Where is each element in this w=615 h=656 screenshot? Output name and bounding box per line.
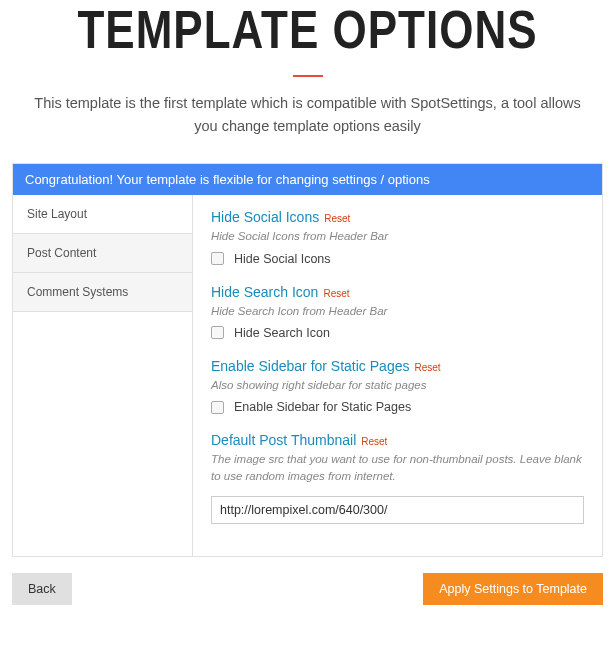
section-title-label: Enable Sidebar for Static Pages	[211, 358, 409, 374]
checkbox-label: Hide Social Icons	[234, 252, 331, 266]
section-hide-search-icon: Hide Search Icon Reset Hide Search Icon …	[211, 284, 584, 340]
section-desc: Also showing right sidebar for static pa…	[211, 377, 584, 394]
sidebar-item-comment-systems[interactable]: Comment Systems	[13, 273, 192, 312]
page-subtitle: This template is the first template whic…	[0, 92, 615, 138]
content-area: Hide Social Icons Reset Hide Social Icon…	[193, 195, 602, 555]
section-desc: Hide Social Icons from Header Bar	[211, 228, 584, 245]
sidebar-item-post-content[interactable]: Post Content	[13, 234, 192, 273]
section-desc: The image src that you want to use for n…	[211, 451, 584, 486]
section-title-label: Default Post Thumbnail	[211, 432, 356, 448]
page-title: TEMPLATE OPTIONS	[0, 0, 615, 60]
reset-link[interactable]: Reset	[323, 288, 349, 299]
reset-link[interactable]: Reset	[324, 213, 350, 224]
section-default-thumbnail: Default Post Thumbnail Reset The image s…	[211, 432, 584, 524]
thumbnail-url-input[interactable]	[211, 496, 584, 524]
apply-button[interactable]: Apply Settings to Template	[423, 573, 603, 605]
section-title-label: Hide Social Icons	[211, 209, 319, 225]
hide-search-icon-checkbox[interactable]	[211, 326, 224, 339]
reset-link[interactable]: Reset	[414, 362, 440, 373]
back-button[interactable]: Back	[12, 573, 72, 605]
settings-panel: Congratulation! Your template is flexibl…	[12, 163, 603, 556]
checkbox-label: Hide Search Icon	[234, 326, 330, 340]
checkbox-label: Enable Sidebar for Static Pages	[234, 400, 411, 414]
section-enable-sidebar: Enable Sidebar for Static Pages Reset Al…	[211, 358, 584, 414]
section-hide-social-icons: Hide Social Icons Reset Hide Social Icon…	[211, 209, 584, 265]
reset-link[interactable]: Reset	[361, 436, 387, 447]
sidebar: Site Layout Post Content Comment Systems	[13, 195, 193, 555]
section-desc: Hide Search Icon from Header Bar	[211, 303, 584, 320]
hide-social-icons-checkbox[interactable]	[211, 252, 224, 265]
banner: Congratulation! Your template is flexibl…	[13, 164, 602, 195]
sidebar-item-site-layout[interactable]: Site Layout	[13, 195, 192, 234]
divider	[293, 75, 323, 77]
enable-sidebar-checkbox[interactable]	[211, 401, 224, 414]
section-title-label: Hide Search Icon	[211, 284, 318, 300]
